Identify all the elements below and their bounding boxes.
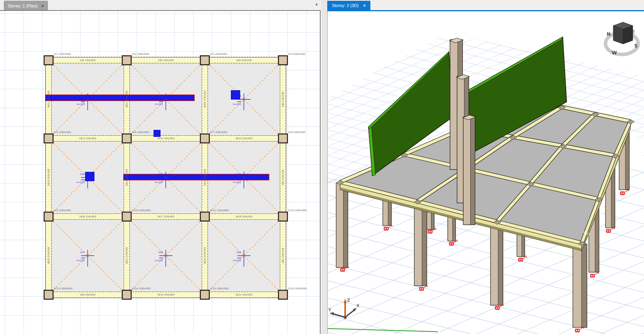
plan-viewport[interactable]: 1C1 (250x500)1C2 (500x500)1C3 (250x500)1… [0, 10, 321, 334]
grid-line [328, 11, 644, 39]
plan-column[interactable] [44, 290, 53, 299]
support-flag [611, 228, 614, 230]
column-label: 1C13 (500x500) [54, 287, 73, 290]
slab-name: 1S9 [236, 251, 241, 254]
grid-line [328, 11, 644, 22]
support-circle [428, 231, 430, 233]
column-label: 1C7 (500x500) [210, 131, 227, 133]
slab-name: 1S2 [158, 94, 163, 97]
support-flag [389, 226, 392, 227]
axis-origin [344, 316, 347, 319]
support-circle [343, 269, 345, 271]
compass-n: N [607, 31, 611, 37]
selected-wall[interactable] [124, 174, 269, 180]
tab-storey2-3d[interactable]: Storey: 2 (3D) × [327, 1, 370, 10]
plan-column[interactable] [44, 134, 53, 143]
beam-label: 1B16 250x500 [79, 215, 96, 218]
plan-column[interactable] [279, 212, 288, 221]
support-flag [595, 273, 598, 275]
plan-column[interactable] [122, 134, 131, 143]
three-d-viewport[interactable]: ZXYNWSELEFT [327, 11, 644, 334]
three-d-drawing: ZXYNWSELEFT [328, 11, 644, 334]
snap-dot [165, 98, 167, 100]
grid-line [328, 11, 644, 75]
tab-storey1-plan[interactable]: Storey: 1 (Plan) × [4, 1, 48, 10]
column-3d-shade [581, 244, 587, 327]
compass-w: W [612, 50, 617, 56]
plan-column[interactable] [122, 56, 131, 65]
grid-line [328, 11, 644, 30]
column-3d-shade [452, 216, 456, 241]
support-circle [609, 230, 611, 232]
grid-line [328, 11, 644, 56]
grid-line [328, 11, 644, 47]
beam-label: 1B24 250x500 [203, 91, 206, 108]
grid-line [328, 11, 644, 13]
close-icon[interactable]: × [363, 3, 365, 8]
support-circle [341, 269, 343, 271]
compass-s: S [634, 43, 638, 49]
pane-divider[interactable] [321, 0, 327, 334]
y-axis-label: Y [328, 308, 331, 313]
chevron-down-icon[interactable]: ▼ [315, 3, 318, 7]
grid-line [328, 11, 644, 12]
column-label: 1C16 (250x500) [288, 287, 307, 290]
column-3d-shade [498, 222, 503, 305]
plan-column[interactable] [122, 212, 131, 221]
close-icon[interactable]: × [41, 3, 44, 8]
slab-thickness: h=120 [233, 103, 241, 105]
plan-column[interactable] [201, 134, 209, 143]
support-circle [430, 231, 432, 233]
grid-line [328, 264, 644, 334]
plan-column[interactable] [201, 290, 209, 299]
plan-column[interactable] [279, 290, 288, 299]
support-circle [607, 230, 609, 232]
column-label: 1C11 (250x500) [210, 209, 229, 212]
selected-column[interactable] [154, 130, 161, 137]
plan-column[interactable] [44, 212, 53, 221]
beam-label: 1B17 250x500 [157, 215, 175, 218]
support-flag [523, 257, 526, 259]
grid-line [328, 281, 644, 334]
column-label: 1C3 (250x500) [210, 52, 227, 55]
support-circle [519, 259, 521, 261]
slab-thickness: h=120 [155, 259, 162, 262]
selected-column[interactable] [86, 172, 94, 181]
grid-line [328, 298, 644, 334]
grid-line [328, 297, 644, 334]
slab-name: 1S4 [80, 173, 85, 175]
slab-name: 1S7 [80, 251, 85, 254]
selected-wall[interactable] [45, 95, 194, 101]
column-label: 1C14 (250x500) [132, 287, 151, 290]
beam-label: 1B12 250x500 [47, 91, 50, 108]
support-circle [621, 192, 623, 194]
beam-label: 1B5 250x500 [281, 170, 284, 185]
x-axis-label: X [356, 303, 360, 308]
slab-thickness: h=120 [155, 103, 162, 105]
support-circle [384, 228, 386, 230]
beam-label: 1B22 250x500 [125, 169, 128, 186]
beam-label: 1B18 250x500 [236, 215, 253, 218]
beam-label: 1B15 250x500 [236, 137, 253, 140]
plan-column[interactable] [279, 56, 288, 65]
column-label: 1C12 (500x500) [288, 209, 307, 212]
grid-line [328, 11, 644, 48]
plan-column[interactable] [201, 212, 209, 221]
column-3d-shade [344, 183, 348, 268]
support-circle [591, 275, 593, 277]
plan-column[interactable] [122, 290, 131, 299]
plan-column[interactable] [201, 56, 209, 65]
plan-drawing: 1C1 (250x500)1C2 (500x500)1C3 (250x500)1… [0, 11, 320, 334]
plan-column[interactable] [44, 56, 53, 65]
column-label: 1C9 (250x500) [54, 209, 71, 212]
column-label: 1C10 (250x500) [132, 209, 151, 212]
beam-label: 1B10 250x500 [157, 293, 175, 296]
beam-label: 1B25 250x500 [203, 169, 206, 186]
support-circle [578, 330, 579, 332]
beam-label: 1B13 250x500 [79, 137, 96, 140]
slab-name: 1S6 [236, 173, 241, 175]
beam-label: 1B2 250x500 [158, 59, 173, 61]
slab-name: 1S3 [236, 94, 241, 97]
slab-name: 1S8 [158, 251, 163, 254]
plan-column[interactable] [279, 134, 288, 143]
